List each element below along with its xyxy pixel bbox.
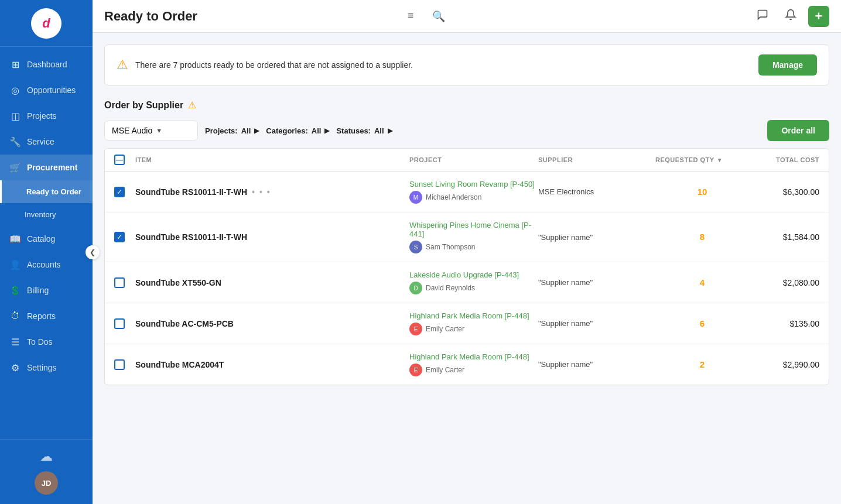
project-link[interactable]: Whispering Pines Home Cinema [P-441]: [409, 221, 538, 238]
reports-icon: ⏱: [9, 310, 21, 322]
notifications-button[interactable]: [780, 6, 801, 27]
project-cell: Lakeside Audio Upgrade [P-443] D David R…: [409, 270, 538, 294]
section-warning-icon: ⚠: [188, 100, 196, 111]
qty-value: 8: [700, 232, 705, 242]
sidebar: ❮ d ⊞ Dashboard ◎ Opportunities ◫ Projec…: [0, 0, 93, 504]
supplier-cell: "Supplier name": [538, 319, 655, 328]
checkmark-icon: ✓: [117, 188, 122, 196]
sidebar-item-label: Opportunities: [27, 85, 76, 95]
section-title: Order by Supplier: [104, 100, 183, 111]
manage-button[interactable]: Manage: [758, 54, 817, 76]
sidebar-item-reports[interactable]: ⏱ Reports: [0, 303, 93, 329]
project-link[interactable]: Lakeside Audio Upgrade [P-443]: [409, 270, 538, 279]
qty-cell: 6: [655, 318, 749, 329]
project-link[interactable]: Sunset Living Room Revamp [P-450]: [409, 180, 538, 188]
sidebar-item-label: Procurement: [27, 163, 77, 172]
page-title: Ready to Order: [104, 9, 393, 24]
supplier-name: MSE Audio: [112, 126, 152, 135]
row-checkbox-cell: ✓: [114, 187, 135, 197]
row-checkbox[interactable]: [114, 359, 125, 370]
supplier-cell: "Supplier name": [538, 278, 655, 287]
sidebar-item-label: Accounts: [27, 260, 61, 269]
project-user: M Michael Anderson: [409, 191, 538, 204]
user-avatar-small: E: [409, 364, 422, 376]
qty-cell: 4: [655, 277, 749, 288]
user-avatar-small: S: [409, 241, 422, 253]
projects-arrow-icon: ▶: [254, 127, 259, 135]
table-row: ✓ SoundTube RS10011-II-T-WH • • • Sunset…: [105, 172, 829, 212]
item-name: SoundTube XT550-GN: [135, 278, 409, 287]
statuses-filter[interactable]: Statuses: All ▶: [336, 126, 392, 135]
table-row: ✓ SoundTube RS10011-II-T-WH Whispering P…: [105, 212, 829, 262]
alert-text: There are 7 products ready to be ordered…: [135, 60, 751, 70]
filter-button[interactable]: ≡: [400, 6, 421, 27]
projects-label: Projects:: [205, 126, 238, 135]
chat-icon: [757, 9, 768, 23]
sidebar-item-settings[interactable]: ⚙ Settings: [0, 355, 93, 380]
sidebar-item-catalog[interactable]: 📖 Catalog: [0, 226, 93, 252]
add-button[interactable]: +: [808, 6, 829, 27]
main-content: Ready to Order ≡ 🔍 + ⚠ There are 7 produ…: [93, 0, 841, 504]
sidebar-item-dashboard[interactable]: ⊞ Dashboard: [0, 52, 93, 77]
procurement-icon: 🛒: [9, 162, 21, 173]
user-name: Sam Thompson: [426, 243, 476, 251]
categories-filter[interactable]: Categories: All ▶: [266, 126, 329, 135]
sidebar-collapse-button[interactable]: ❮: [86, 245, 100, 259]
row-checkbox[interactable]: [114, 318, 125, 329]
project-user: S Sam Thompson: [409, 241, 538, 253]
th-item: ITEM: [135, 155, 409, 165]
th-checkbox: —: [114, 155, 135, 165]
logo-circle: d: [31, 8, 61, 39]
item-name: SoundTube RS10011-II-T-WH: [135, 232, 409, 242]
sidebar-item-label: Ready to Order: [26, 187, 81, 196]
alert-warning-icon: ⚠: [117, 57, 128, 73]
section-header: Order by Supplier ⚠: [104, 100, 829, 111]
sidebar-item-inventory[interactable]: Inventory: [0, 203, 93, 226]
order-all-button[interactable]: Order all: [767, 120, 829, 141]
projects-icon: ◫: [9, 110, 21, 122]
user-avatar-small: D: [409, 282, 422, 294]
billing-icon: 💲: [9, 284, 21, 296]
user-avatar[interactable]: JD: [35, 471, 58, 495]
select-all-checkbox[interactable]: —: [114, 155, 125, 165]
sidebar-item-label: Projects: [27, 111, 57, 121]
sidebar-item-projects[interactable]: ◫ Projects: [0, 103, 93, 129]
th-cost: TOTAL COST: [749, 155, 819, 165]
cost-cell: $2,990.00: [749, 360, 819, 369]
row-checkbox[interactable]: ✓: [114, 187, 125, 197]
sidebar-item-label: Billing: [27, 286, 49, 295]
page-header: Ready to Order ≡ 🔍 +: [93, 0, 841, 33]
project-user: D David Reynolds: [409, 282, 538, 294]
row-checkbox[interactable]: ✓: [114, 232, 125, 242]
item-text: SoundTube RS10011-II-T-WH: [135, 187, 247, 197]
sidebar-item-billing[interactable]: 💲 Billing: [0, 277, 93, 303]
item-more-icon[interactable]: • • •: [252, 187, 271, 197]
project-cell: Whispering Pines Home Cinema [P-441] S S…: [409, 221, 538, 253]
chat-button[interactable]: [752, 6, 773, 27]
item-name: SoundTube MCA2004T: [135, 360, 409, 369]
cost-cell: $1,584.00: [749, 232, 819, 242]
sort-icon: ▼: [717, 157, 723, 163]
bell-icon: [785, 9, 796, 23]
statuses-arrow-icon: ▶: [388, 127, 392, 135]
opportunities-icon: ◎: [9, 84, 21, 96]
statuses-value: All: [374, 126, 384, 135]
sidebar-item-opportunities[interactable]: ◎ Opportunities: [0, 77, 93, 103]
sidebar-item-label: To Dos: [27, 337, 53, 347]
sidebar-item-accounts[interactable]: 👤 Accounts: [0, 252, 93, 277]
project-link[interactable]: Highland Park Media Room [P-448]: [409, 352, 538, 361]
row-checkbox-cell: [114, 318, 135, 329]
sidebar-item-ready-to-order[interactable]: Ready to Order: [0, 180, 93, 203]
sidebar-item-procurement[interactable]: 🛒 Procurement: [0, 155, 93, 180]
user-avatar-small: E: [409, 323, 422, 335]
search-button[interactable]: 🔍: [428, 6, 449, 27]
projects-value: All: [241, 126, 251, 135]
supplier-select[interactable]: MSE Audio ▼: [104, 121, 198, 140]
row-checkbox[interactable]: [114, 277, 125, 288]
sidebar-item-service[interactable]: 🔧 Service: [0, 129, 93, 155]
categories-value: All: [312, 126, 322, 135]
th-qty[interactable]: REQUESTED QTY ▼: [655, 155, 749, 165]
sidebar-item-todos[interactable]: ☰ To Dos: [0, 329, 93, 355]
projects-filter[interactable]: Projects: All ▶: [205, 126, 259, 135]
project-link[interactable]: Highland Park Media Room [P-448]: [409, 311, 538, 320]
